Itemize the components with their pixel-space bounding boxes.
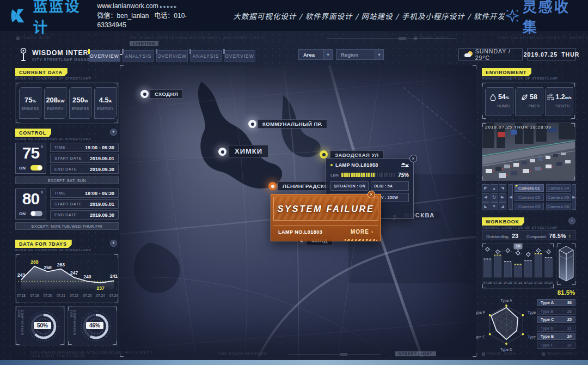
type-row-c[interactable]: Type C25 [537, 316, 575, 323]
type-row-e[interactable]: Type E24 [537, 333, 575, 340]
svg-text:Type F: Type F [476, 311, 485, 315]
brand-name: 蓝蓝设计 [33, 0, 88, 37]
svg-text:Type A: Type A [500, 299, 512, 303]
contact-block: www.lanlanwork.com ▸▸▸▸▸ 微信：ben_lanlan 电… [97, 2, 201, 30]
lbn-label: LBN [330, 173, 339, 178]
pan-down-right-button[interactable]: ◢ [499, 202, 506, 210]
schedule-1-time-row: TIME19:00 - 05:30 [50, 143, 119, 152]
chevron-down-icon: ▾ [375, 50, 383, 59]
section-label-environment: ENVIRONMENT [482, 68, 531, 76]
schedule-1-end-row: END DATE2019.09.30 [50, 165, 119, 174]
map-pin-leningradskoe[interactable] [268, 182, 277, 190]
map-label-khimki[interactable]: ХИМКИ [229, 145, 268, 157]
reset-view-button[interactable]: ↻ [491, 193, 498, 202]
schedule-1-except: EXCEPT: SAT, SUN [15, 177, 119, 184]
svg-text:Type B: Type B [528, 311, 537, 315]
street-light-badge: STREET LIGHT [395, 351, 436, 356]
hatch-decor [345, 239, 377, 241]
schedule-2-toggle[interactable] [30, 211, 42, 216]
control-add-button[interactable]: + [110, 129, 117, 136]
camera-dpad: ◤ ▲ ◥ ◀ ↻ ▶ ◣ ▼ ◢ [482, 184, 507, 210]
section-label-workbook: WORKBOOK [482, 217, 524, 226]
pan-right-button[interactable]: ▶ [499, 193, 506, 202]
schedule-1-toggle[interactable] [30, 165, 42, 171]
seven-days-add-button[interactable]: + [110, 240, 117, 247]
decor-quote-bottom-2: TWO ROADS DIVERGED [218, 352, 267, 356]
map-label-kommunalny[interactable]: КОММУНАЛЬНЫЙ ПР. [258, 119, 327, 129]
inspiration-logo-text: 灵感收集 [523, 0, 577, 36]
camera-04-button[interactable]: Camera 04 [546, 184, 571, 192]
pan-up-left-button[interactable]: ◤ [482, 184, 489, 192]
type-row-b[interactable]: Type B28 [537, 308, 575, 315]
map-pin-skhodnya[interactable] [140, 90, 149, 98]
decor-quote-bottom-1: TWO ROADS DIVERGED IN A YELLOW WOOD, AND… [30, 350, 152, 358]
camera-01-button[interactable]: Camera 01 [514, 184, 544, 192]
lamp-popup-title: LAMP NO.L01058 [335, 162, 401, 168]
date-widget: 2019.07.25THUR [527, 48, 576, 60]
section-label-current-data: CURRENT DATA [15, 68, 68, 76]
type-row-a[interactable]: Type A36 [537, 299, 575, 306]
schedule-2-start-row: START DATE2019.05.01 [50, 199, 119, 209]
area-select[interactable]: Area▾ [298, 49, 333, 60]
camera-list-prev-button[interactable]: ◀ [509, 184, 513, 210]
failure-title: SYSTEM FAILURE [277, 204, 374, 214]
tab-analysis-2[interactable]: ANALYSIS [190, 50, 222, 62]
camera-05-button[interactable]: Camera 05 [546, 193, 571, 201]
schedule-1-start-row: START DATE2019.05.01 [50, 154, 119, 163]
arrows-decor: ▸▸▸▸▸ [160, 4, 178, 9]
chevron-right-icon: › [371, 229, 373, 235]
tab-analysis-1[interactable]: ANALYSIS [122, 50, 154, 62]
schedule-2-end-row: END DATE2019.09.30 [50, 210, 119, 220]
tab-overview-3[interactable]: OVERVIEW [224, 50, 255, 62]
pan-up-button[interactable]: ▲ [491, 184, 498, 192]
camera-02-button[interactable]: Camera 02 [514, 193, 544, 201]
decor-checkbox-travel-both-3: TRAVEL BOTH [482, 352, 516, 356]
svg-text:Type E: Type E [476, 335, 485, 339]
more-button[interactable]: MORE › [351, 229, 373, 235]
map-pin-kommunalny[interactable] [248, 120, 256, 128]
close-icon[interactable]: × [409, 155, 417, 162]
decor-quote-top-2: SOME DAY AS FAR AS I COULD TO WHERE IT [497, 36, 588, 40]
close-icon[interactable]: × [367, 191, 375, 198]
brightness-box-2: 80 ON [15, 188, 46, 220]
compared-label: Compared: [526, 234, 547, 239]
section-subtitle: RUNNING CONDITION OF STREETLAMP [15, 137, 91, 141]
popup-cell-situation: SITUATION : ON [330, 181, 369, 191]
camera-06-button[interactable]: Camera 06 [546, 203, 571, 210]
map-pin-zavodskaya[interactable] [320, 150, 328, 159]
popup-cell-current: DLIU : 5A [371, 181, 409, 191]
chevron-down-icon: ▾ [323, 50, 332, 59]
tab-overview-1[interactable]: OVERVIEW [89, 50, 120, 62]
section-subtitle: RUNNING CONDITION OF STREETLAMP [15, 77, 91, 80]
streetlamp-icon [19, 48, 28, 62]
region-select[interactable]: Region▾ [336, 49, 384, 60]
map-pin-khimki[interactable] [218, 148, 226, 156]
lanlan-logo-icon [10, 5, 29, 27]
brightness-value-2: 80 [16, 190, 46, 208]
brightness-box-1: 75 ON [15, 143, 46, 174]
brightness-progressbar[interactable] [341, 173, 395, 177]
map-label-skhodnya[interactable]: СХОДНЯ [150, 89, 183, 99]
schedule-2-time-row: TIME19:00 - 05:30 [50, 188, 119, 198]
workbook-more-button[interactable]: › [568, 217, 575, 224]
section-subtitle: RUNNING CONDITION OF STREETLAMP [15, 248, 91, 252]
website-link[interactable]: www.lanlanwork.com [97, 2, 158, 10]
pan-left-button[interactable]: ◀ [482, 193, 489, 202]
outstanding-value: 23 [512, 233, 518, 239]
bottom-accent-strip [0, 360, 588, 365]
tab-overview-2[interactable]: OVERVIEW [156, 50, 188, 62]
type-row-d[interactable]: Type D31 [537, 325, 575, 332]
settings-sliders-icon[interactable] [401, 162, 409, 168]
pan-down-button[interactable]: ▼ [491, 202, 498, 210]
status-dot [330, 164, 333, 166]
pan-up-right-button[interactable]: ◥ [499, 184, 506, 192]
type-row-f[interactable]: Type F37 [537, 342, 575, 349]
pan-down-left-button[interactable]: ◣ [482, 202, 489, 210]
camera-03-button[interactable]: Camera 03 [514, 203, 544, 210]
failure-lamp-id: LAMP NO.L01803 [278, 229, 322, 235]
camera-list-next-button[interactable]: ▶ [572, 184, 576, 210]
inspiration-logo: 灵感收集 [505, 0, 577, 36]
schedule-2-except: EXCEPT: MON,TUE,WED,THUR,FRI [15, 222, 119, 230]
system-failure-popup: SYSTEM FAILURE LAMP NO.L01803 MORE › × [271, 194, 381, 241]
brand-logo: 蓝蓝设计 [10, 0, 88, 37]
